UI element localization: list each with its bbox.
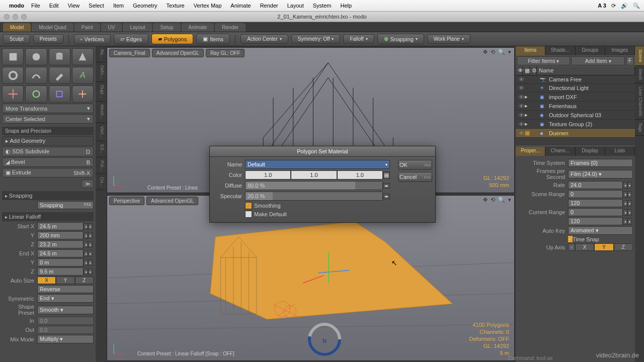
ok-button[interactable]: OKRet	[398, 160, 432, 170]
maximize-icon[interactable]: ▾	[508, 49, 511, 55]
rate-field[interactable]: 24.0	[568, 181, 623, 189]
torus-tool[interactable]	[2, 67, 24, 84]
vtab-userchannels[interactable]: User Channels	[635, 83, 644, 120]
close-window-icon[interactable]	[4, 14, 10, 20]
tab-uv[interactable]: UV	[101, 23, 122, 32]
menu-select[interactable]: Select	[89, 3, 104, 9]
fps-dropdown[interactable]: Film (24.0) ▾	[568, 170, 633, 178]
item-row-outdoor[interactable]: 👁▸◉Outdoor Spherical 03	[516, 111, 635, 120]
add-geometry-button[interactable]: ▸ Add Geometry	[2, 136, 94, 146]
orbit-icon[interactable]: ⟲	[491, 197, 495, 203]
sculpt-button[interactable]: Sculpt	[3, 34, 30, 44]
vtab-tags[interactable]: Tags	[635, 120, 644, 136]
pen-tool[interactable]	[49, 67, 70, 84]
filter-items-dropdown[interactable]: Filter Items ▾	[517, 56, 570, 65]
specular-slider[interactable]: 20.0 %	[245, 192, 383, 201]
menu-edit[interactable]: Edit	[49, 3, 59, 9]
snapping-header[interactable]: ▸ Snapping	[2, 191, 94, 200]
time-snap-checkbox[interactable]: ✓	[568, 236, 573, 242]
color-field[interactable]: 1.01.01.0	[245, 170, 383, 179]
vtab-polygon[interactable]: Pol...	[96, 157, 106, 174]
app-name[interactable]: modo	[9, 3, 24, 9]
zoom-window-icon[interactable]	[21, 14, 27, 20]
orbit-icon[interactable]: ⟲	[491, 49, 495, 55]
item-row-importdxf[interactable]: 👁▸▣import DXF	[516, 93, 635, 102]
vp1-raygl-toggle[interactable]: Ray GL: OFF	[206, 49, 245, 57]
more-ops-button[interactable]: ≫	[82, 179, 94, 188]
start-z-field[interactable]: 23.2 m	[37, 240, 84, 248]
vtab-duplicate[interactable]: Dupl...	[96, 82, 106, 102]
selmode-edges[interactable]: ▱Edges	[114, 34, 148, 44]
name-column-header[interactable]: Name	[537, 66, 635, 75]
item-row-ferienhaus[interactable]: 👁▸▣Ferienhaus	[516, 102, 635, 111]
menu-vertexmap[interactable]: Vertex Map	[194, 3, 222, 9]
function-button[interactable]: F	[626, 56, 634, 65]
tube-tool[interactable]	[25, 67, 47, 84]
time-system-dropdown[interactable]: Frames {0}	[568, 159, 633, 167]
vtab-vertex[interactable]: Vert...	[96, 123, 106, 142]
auto-key-dropdown[interactable]: Animated ▾	[568, 226, 633, 235]
symmetric-dropdown[interactable]: End ▾	[37, 294, 94, 303]
rotate-tool[interactable]	[25, 85, 47, 103]
current-range-b[interactable]: 120	[568, 217, 623, 225]
tab-setup[interactable]: Setup	[153, 23, 180, 32]
end-x-field[interactable]: 24.5 m	[37, 249, 84, 257]
vp1-shading-dropdown[interactable]: Advanced OpenGL	[152, 49, 204, 57]
tab-channels[interactable]: Chann...	[545, 147, 575, 156]
tab-groups[interactable]: Groups	[576, 46, 605, 55]
sync-icon[interactable]: ⟳	[611, 3, 616, 9]
auto-size-axis[interactable]: XYZ	[37, 277, 94, 284]
zoom-icon[interactable]: 🔍	[498, 197, 505, 203]
falloff-header[interactable]: ▸ Linear Falloff	[2, 212, 94, 221]
tab-display[interactable]: Display	[576, 147, 605, 156]
current-range-a[interactable]: 0	[568, 208, 623, 216]
cylinder-tool[interactable]	[49, 48, 70, 65]
tab-properties[interactable]: Proper...	[516, 147, 545, 156]
tab-model[interactable]: Model	[3, 23, 31, 32]
more-transforms-button[interactable]: More Transforms▾	[2, 104, 94, 113]
zoom-icon[interactable]: 🔍	[498, 49, 505, 55]
selmode-items[interactable]: ▣Items	[196, 34, 230, 44]
vp2-shading-dropdown[interactable]: Advanced OpenGL	[146, 197, 198, 205]
vtab-curve[interactable]: Cu...	[96, 174, 106, 190]
tab-layout[interactable]: Layout	[123, 23, 152, 32]
diffuse-slider[interactable]: 80.0 %	[245, 181, 383, 190]
falloff-dropdown[interactable]: Falloff	[343, 34, 374, 44]
material-name-field[interactable]: Default▾	[245, 160, 390, 169]
vtab-mesh[interactable]: Mesh...	[96, 102, 106, 123]
reverse-button[interactable]: Reverse	[37, 285, 94, 293]
menu-help[interactable]: Help	[340, 3, 352, 9]
bevel-button[interactable]: ◢ BevelB	[2, 157, 94, 167]
menu-system[interactable]: System	[313, 3, 332, 9]
item-row-camera[interactable]: 👁📷Camera Free	[516, 75, 635, 84]
center-selected-button[interactable]: Center Selected▾	[2, 114, 94, 124]
menu-file[interactable]: File	[31, 3, 40, 9]
vtab-scene[interactable]: Scene	[635, 46, 644, 66]
scale-tool[interactable]	[49, 85, 70, 103]
start-x-field[interactable]: 24.5 m	[37, 222, 84, 230]
minimize-window-icon[interactable]	[13, 14, 18, 20]
presets-button[interactable]: Presets	[33, 34, 63, 44]
cone-tool[interactable]	[72, 48, 94, 65]
color-picker-icon[interactable]: ▦	[383, 171, 390, 179]
volume-icon[interactable]: 🔊	[621, 3, 628, 9]
item-row-duenen[interactable]: 👁▦◆Duenen	[516, 129, 635, 138]
menu-layout[interactable]: Layout	[287, 3, 304, 9]
transform-tool[interactable]	[72, 85, 94, 103]
selmode-vertices[interactable]: ▫Vertices	[74, 34, 111, 44]
scene-range-b[interactable]: 120	[568, 199, 623, 207]
sphere-tool[interactable]	[25, 48, 47, 65]
tab-modelquad[interactable]: Model Quad	[32, 23, 73, 32]
snapping-dropdown[interactable]: ⊕ Snapping	[377, 34, 425, 44]
workplane-dropdown[interactable]: Work Plane	[427, 34, 470, 44]
shape-preset-dropdown[interactable]: Smooth ▾	[37, 306, 94, 314]
command-line[interactable]: Command: tool.se	[508, 355, 553, 361]
vtab-edge[interactable]: Ed...	[96, 141, 106, 157]
chevron-down-icon[interactable]: ▾	[385, 162, 387, 167]
vtab-basic[interactable]: Ba...	[96, 46, 106, 62]
mixmode-dropdown[interactable]: Multiply ▾	[37, 335, 94, 343]
vtab-mesh-r[interactable]: Mesh	[635, 66, 644, 83]
vp2-view-dropdown[interactable]: Perspective	[109, 197, 144, 205]
maximize-icon[interactable]: ▾	[508, 197, 511, 203]
pan-icon[interactable]: ✥	[483, 197, 488, 203]
